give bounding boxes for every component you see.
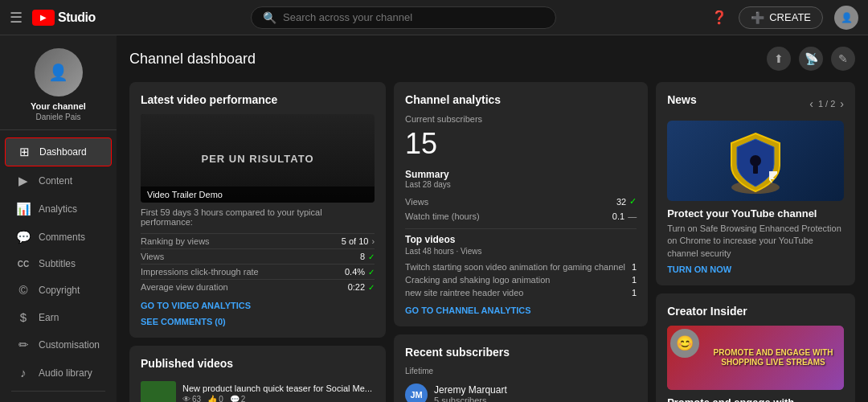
- analytics-views-label: Views: [405, 197, 428, 207]
- perf-value-views: 8 ✓: [360, 252, 375, 261]
- channel-analytics-title: Channel analytics: [405, 93, 637, 106]
- published-videos-title: Published videos: [141, 357, 375, 370]
- perf-views-num: 8: [360, 252, 365, 261]
- news-nav: ‹ 1 / 2 ›: [809, 97, 844, 110]
- search-box[interactable]: 🔍: [251, 6, 556, 29]
- video-analytics-link[interactable]: GO TO VIDEO ANALYTICS: [141, 301, 375, 310]
- top-videos-period: Last 48 hours · Views: [405, 247, 637, 256]
- profile-handle: Daniele Pais: [35, 113, 80, 121]
- top-videos-label: Top videos: [405, 234, 637, 245]
- summary-label: Summary: [405, 169, 637, 180]
- perf-arrow-icon: ›: [371, 236, 375, 246]
- recent-subscribers-card: Recent subscribers Lifetime JM Jeremy Ma…: [394, 334, 648, 402]
- video-thumb-text: PER UN RISULTATO: [202, 153, 314, 165]
- shield-svg: [719, 127, 792, 195]
- sidebar-item-dashboard[interactable]: ⊞ Dashboard: [5, 137, 112, 166]
- recent-subscribers-title: Recent subscribers: [405, 346, 637, 359]
- sidebar-item-copyright[interactable]: © Copyright: [5, 277, 112, 303]
- sub-initials-0: JM: [410, 390, 422, 400]
- help-icon[interactable]: ❓: [711, 10, 727, 25]
- perf-duration-num: 0:22: [348, 282, 365, 292]
- subscribers-count: 15: [405, 127, 637, 161]
- sidebar-label-comments: Comments: [39, 232, 85, 243]
- search-icon: 🔍: [263, 11, 276, 24]
- edit-button[interactable]: ✎: [831, 47, 855, 71]
- create-button[interactable]: ➕ CREATE: [739, 6, 823, 29]
- comments-icon: 💬: [16, 230, 31, 244]
- pub-comments-0: 💬 2: [230, 395, 246, 403]
- perf-check-views: ✓: [368, 252, 375, 261]
- latest-video-title: Latest video performance: [141, 93, 375, 106]
- sidebar-item-analytics[interactable]: 📊 Analytics: [5, 195, 112, 223]
- pub-views-0: 👁 63: [182, 395, 201, 403]
- perf-row-ctr: Impressions click-through rate 0.4% ✓: [141, 264, 375, 279]
- summary-period: Last 28 days: [405, 180, 637, 189]
- perf-label-duration: Average view duration: [141, 282, 228, 292]
- content-icon: ▶: [16, 174, 31, 188]
- sidebar-item-comments[interactable]: 💬 Comments: [5, 224, 112, 251]
- sidebar-nav: ⊞ Dashboard ▶ Content 📊 Analytics 💬 Comm…: [0, 130, 117, 402]
- sidebar-label-analytics: Analytics: [39, 203, 77, 215]
- views-num: 32: [616, 197, 626, 207]
- subscribers-label: Current subscribers: [405, 114, 637, 124]
- perf-label-ctr: Impressions click-through rate: [141, 267, 259, 277]
- sidebar-item-earn[interactable]: $ Earn: [5, 304, 112, 330]
- top-video-name-0: Twitch starting soon video animation for…: [405, 262, 632, 272]
- topbar-left: ☰ Studio: [10, 9, 96, 27]
- analytics-views-value: 32 ✓: [616, 196, 637, 207]
- pub-info-0: New product launch quick teaser for Soci…: [182, 384, 375, 403]
- yt-logo[interactable]: Studio: [32, 10, 96, 26]
- news-card: News ‹ 1 / 2 ›: [656, 82, 855, 285]
- subscribers-period: Lifetime: [405, 367, 637, 375]
- upload-button[interactable]: ⬆: [767, 47, 791, 71]
- pub-title-0: New product launch quick teaser for Soci…: [182, 384, 375, 393]
- sidebar-label-earn: Earn: [39, 312, 59, 323]
- perf-ranking-num: 5 of 10: [342, 236, 369, 246]
- news-cta-button[interactable]: TURN ON NOW: [667, 265, 844, 274]
- top-video-count-1: 1: [632, 275, 637, 285]
- news-image: [667, 121, 844, 201]
- sidebar-item-customisation[interactable]: ✏ Customisation: [5, 331, 112, 359]
- top-video-name-1: Cracking and shaking logo animation: [405, 275, 632, 285]
- sidebar-item-settings[interactable]: ⚙ Settings: [5, 396, 112, 402]
- subscriber-row-0: JM Jeremy Marquart 5 subscribers: [405, 380, 637, 402]
- channel-analytics-link[interactable]: GO TO CHANNEL ANALYTICS: [405, 306, 637, 315]
- perf-label-ranking: Ranking by views: [141, 236, 210, 246]
- top-video-row-2: new site raintree header video 1: [405, 286, 637, 299]
- sidebar-profile[interactable]: 👤 Your channel Daniele Pais: [0, 35, 117, 130]
- video-thumbnail[interactable]: PER UN RISULTATO Video Trailer Demo: [141, 114, 375, 203]
- ci-image-text: PROMOTE AND ENGAGE WITH SHOPPING LIVE ST…: [702, 345, 844, 371]
- perf-row-ranking: Ranking by views 5 of 10 ›: [141, 233, 375, 248]
- search-container: 🔍: [96, 6, 711, 29]
- avatar[interactable]: 👤: [834, 6, 858, 30]
- channel-analytics-card: Channel analytics Current subscribers 15…: [394, 82, 648, 326]
- studio-label: Studio: [58, 10, 96, 25]
- perf-row-duration: Average view duration 0:22 ✓: [141, 279, 375, 294]
- dashboard-icon: ⊞: [17, 145, 31, 159]
- sidebar-item-content[interactable]: ▶ Content: [5, 167, 112, 195]
- sidebar-label-subtitles: Subtitles: [39, 258, 76, 269]
- sidebar-item-audio-library[interactable]: ♪ Audio library: [5, 359, 112, 386]
- perf-value-duration: 0:22 ✓: [348, 282, 375, 292]
- hamburger-icon[interactable]: ☰: [10, 9, 23, 27]
- news-prev-button[interactable]: ‹: [809, 97, 813, 110]
- creator-insider-image: 😊 PROMOTE AND ENGAGE WITH SHOPPING LIVE …: [667, 326, 844, 390]
- news-page: 1 / 2: [818, 99, 835, 109]
- creator-insider-title: Creator Insider: [667, 305, 844, 318]
- avatar-img: 👤: [841, 12, 853, 23]
- sub-details-0: Jeremy Marquart 5 subscribers: [434, 384, 507, 402]
- creator-insider-card: Creator Insider 😊 PROMOTE AND ENGAGE WIT…: [656, 293, 855, 402]
- comments-link[interactable]: SEE COMMENTS (0): [141, 317, 375, 326]
- analytics-views-row: Views 32 ✓: [405, 194, 637, 209]
- perf-value-ctr: 0.4% ✓: [345, 267, 375, 277]
- sidebar-item-subtitles[interactable]: CC Subtitles: [5, 252, 112, 276]
- top-video-row-0: Twitch starting soon video animation for…: [405, 260, 637, 273]
- news-next-button[interactable]: ›: [840, 97, 844, 110]
- video-label-bar: Video Trailer Demo: [141, 187, 375, 203]
- analytics-watch-row: Watch time (hours) 0.1 —: [405, 209, 637, 224]
- create-label: CREATE: [769, 11, 811, 23]
- search-input[interactable]: [283, 11, 544, 23]
- live-button[interactable]: 📡: [799, 47, 823, 71]
- col1: Latest video performance PER UN RISULTAT…: [129, 82, 386, 402]
- svg-point-1: [750, 155, 761, 166]
